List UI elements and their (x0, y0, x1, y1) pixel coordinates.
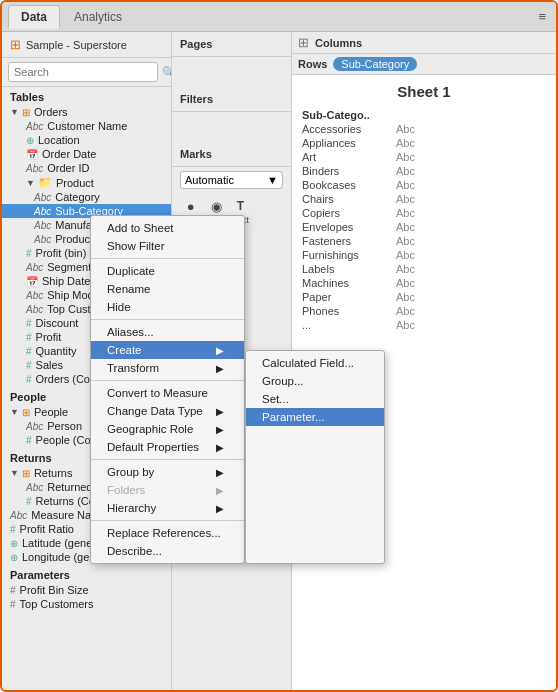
color-shape: ● (182, 199, 200, 213)
menu-item-describe[interactable]: Describe... (91, 542, 244, 560)
row-val: Abc (396, 291, 415, 303)
abc-icon: Abc (26, 121, 43, 132)
num-icon: # (26, 435, 32, 446)
rows-pill[interactable]: Sub-Category (333, 57, 417, 71)
num-icon: # (26, 374, 32, 385)
tables-label: Tables (2, 87, 171, 105)
abc-icon: Abc (34, 220, 51, 231)
tree-item-location[interactable]: ⊕ Location (2, 133, 171, 147)
tree-item-order-id[interactable]: Abc Order ID (2, 161, 171, 175)
abc-icon: Abc (26, 482, 43, 493)
param-icon: # (10, 585, 16, 596)
tab-bar-right: ≡ (534, 7, 550, 26)
context-menu-wrapper: Add to Sheet Show Filter Duplicate Renam… (90, 215, 385, 564)
tree-item-category[interactable]: Abc Category (2, 190, 171, 204)
row-val: Abc (396, 151, 415, 163)
product-icon: 📁 (38, 176, 52, 189)
submenu-item-calculated-field[interactable]: Calculated Field... (246, 354, 384, 372)
item-label: Person (47, 420, 82, 432)
datasource-label: Sample - Superstore (26, 39, 127, 51)
row-val: Abc (396, 319, 415, 331)
item-label: Profit (bin) (36, 247, 87, 259)
menu-item-show-filter[interactable]: Show Filter (91, 237, 244, 255)
row-label: Accessories (302, 123, 392, 135)
tree-item-order-date[interactable]: 📅 Order Date (2, 147, 171, 161)
search-icon: 🔍 (162, 66, 172, 79)
marks-section: Marks (172, 142, 291, 167)
columns-bar-label: Columns (315, 37, 362, 49)
tree-item-customer-name[interactable]: Abc Customer Name (2, 119, 171, 133)
menu-item-transform[interactable]: Transform ▶ (91, 359, 244, 377)
menu-item-aliases[interactable]: Aliases... (91, 323, 244, 341)
abc-icon: Abc (26, 290, 43, 301)
menu-separator (91, 380, 244, 381)
data-row: Accessories Abc (302, 122, 546, 136)
abc-icon-sel: Abc (34, 206, 51, 217)
menu-item-geo-role[interactable]: Geographic Role ▶ (91, 420, 244, 438)
item-label: Profit Ratio (20, 523, 74, 535)
row-label: Chairs (302, 193, 392, 205)
menu-item-folders: Folders ▶ (91, 481, 244, 499)
orders-arrow: ▼ (10, 107, 19, 117)
menu-item-replace-refs[interactable]: Replace References... (91, 524, 244, 542)
menu-item-duplicate[interactable]: Duplicate (91, 262, 244, 280)
submenu-item-parameter[interactable]: Parameter... (246, 408, 384, 426)
num-icon: # (26, 248, 32, 259)
marks-type-dropdown[interactable]: Automatic ▼ (180, 171, 283, 189)
datasource-bar: ⊞ Sample - Superstore (2, 32, 171, 58)
submenu-item-set[interactable]: Set... (246, 390, 384, 408)
sheet-title: Sheet 1 (302, 83, 546, 100)
submenu-item-group[interactable]: Group... (246, 372, 384, 390)
menu-item-rename[interactable]: Rename (91, 280, 244, 298)
abc-icon: Abc (10, 510, 27, 521)
row-label: Appliances (302, 137, 392, 149)
menu-item-create[interactable]: Create ▶ (91, 341, 244, 359)
data-row: Binders Abc (302, 164, 546, 178)
folders-arrow: ▶ (216, 485, 224, 496)
menu-item-change-data-type[interactable]: Change Data Type ▶ (91, 402, 244, 420)
text-shape: T (232, 199, 250, 213)
rows-bar: Rows Sub-Category (292, 54, 556, 75)
row-label: Binders (302, 165, 392, 177)
tree-item-profit-bin-size[interactable]: # Profit Bin Size (2, 583, 171, 597)
menu-item-group-by[interactable]: Group by ▶ (91, 463, 244, 481)
cdt-arrow: ▶ (216, 406, 224, 417)
menu-item-default-props[interactable]: Default Properties ▶ (91, 438, 244, 456)
tab-analytics[interactable]: Analytics (62, 6, 134, 28)
menu-item-hierarchy[interactable]: Hierarchy ▶ (91, 499, 244, 517)
row-val: Abc (396, 179, 415, 191)
menu-separator (91, 258, 244, 259)
menu-item-add-to-sheet[interactable]: Add to Sheet (91, 219, 244, 237)
num-icon: # (26, 318, 32, 329)
geo-arrow: ▶ (216, 424, 224, 435)
menu-item-convert[interactable]: Convert to Measure (91, 384, 244, 402)
item-label: People (34, 406, 68, 418)
item-label: Sales (36, 359, 64, 371)
create-submenu: Calculated Field... Group... Set... Para… (245, 350, 385, 564)
tree-item-top-customers-param[interactable]: # Top Customers (2, 597, 171, 611)
num-icon: # (10, 524, 16, 535)
search-input[interactable] (8, 62, 158, 82)
row-val: Abc (396, 235, 415, 247)
pages-shelf: Pages (172, 32, 291, 57)
menu-item-hide[interactable]: Hide (91, 298, 244, 316)
row-val: Abc (396, 249, 415, 261)
data-row: Art Abc (302, 150, 546, 164)
row-val: Abc (396, 165, 415, 177)
people-icon: ⊞ (22, 407, 30, 418)
tree-item-product[interactable]: ▼ 📁 Product (2, 175, 171, 190)
item-label: Order Date (42, 148, 96, 160)
num-icon: # (26, 360, 32, 371)
item-label: Product (56, 177, 94, 189)
search-bar: 🔍 ▼ ⊞ (2, 58, 171, 87)
item-label: Ship Date (42, 275, 90, 287)
columns-bar: ⊞ Columns (292, 32, 556, 54)
tree-orders[interactable]: ▼ ⊞ Orders (2, 105, 171, 119)
data-row: Appliances Abc (302, 136, 546, 150)
options-icon[interactable]: ≡ (534, 7, 550, 26)
item-label: Location (38, 134, 80, 146)
abc-icon: Abc (26, 262, 43, 273)
pages-content (172, 57, 291, 87)
tab-data[interactable]: Data (8, 5, 60, 29)
filters-shelf: Filters (172, 87, 291, 112)
